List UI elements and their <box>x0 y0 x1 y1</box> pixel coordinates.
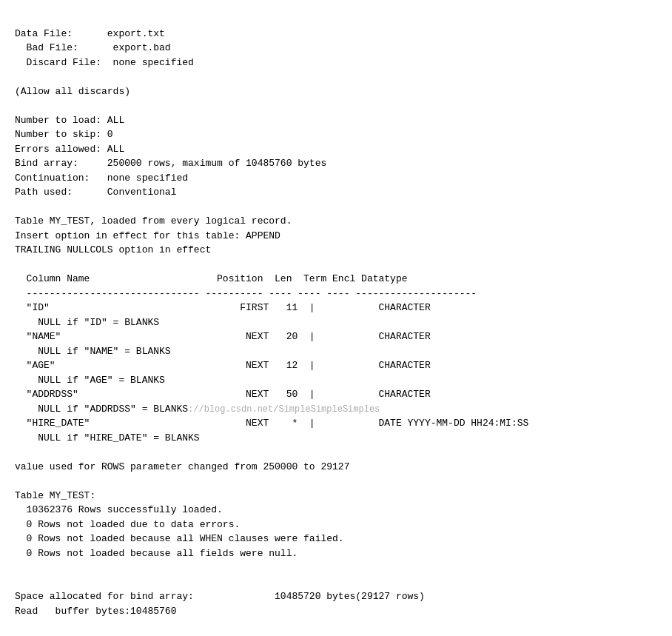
column-row-3: "ADDRDSS" NEXT 50 | CHARACTER NULL if "A… <box>15 387 657 416</box>
table-info1-line: Table MY_TEST, loaded from every logical… <box>15 215 292 227</box>
value-change-line: value used for ROWS parameter changed fr… <box>15 461 349 472</box>
columns-section: "ID" FIRST 11 | CHARACTER NULL if "ID" =… <box>15 301 657 445</box>
number-to-load-line: Number to load: ALL <box>15 115 124 126</box>
bad-file-line: Bad File: export.bad <box>15 42 171 53</box>
table-results-rows: 10362376 Rows successfully loaded. 0 Row… <box>15 503 657 560</box>
space-content: Space allocated for bind array: 10485720… <box>15 560 657 636</box>
continuation-line: Continuation: none specified <box>15 173 188 184</box>
col-header-line: Column Name Position Len Term Encl Datat… <box>15 273 408 284</box>
log-output: Data File: export.txt Bad File: export.b… <box>15 12 657 301</box>
space-line1: Space allocated for bind array: 10485720… <box>15 591 425 602</box>
number-to-skip-line: Number to skip: 0 <box>15 129 113 140</box>
column-row-4: "HIRE_DATE" NEXT * | DATE YYYY-MM-DD HH2… <box>15 416 657 445</box>
column-row-1: "NAME" NEXT 20 | CHARACTER NULL if "NAME… <box>15 329 657 358</box>
table-result-row-3: 0 Rows not loaded because all fields wer… <box>15 546 657 561</box>
data-file-line: Data File: export.txt <box>15 28 165 39</box>
column-row-0: "ID" FIRST 11 | CHARACTER NULL if "ID" =… <box>15 301 657 329</box>
path-used-line: Path used: Conventional <box>15 187 176 198</box>
space-line2: Read buffer bytes:10485760 <box>15 606 176 617</box>
table-result-row-0: 10362376 Rows successfully loaded. <box>15 503 657 518</box>
watermark: ://blog.csdn.net/SimpleSimpleSimples <box>188 404 380 415</box>
footer-content: value used for ROWS parameter changed fr… <box>15 445 657 503</box>
separator-line: ------------------------------ ---------… <box>15 288 477 299</box>
errors-allowed-line: Errors allowed: ALL <box>15 144 124 155</box>
table-results-header: Table MY_TEST: <box>15 490 95 501</box>
table-result-row-1: 0 Rows not loaded due to data errors. <box>15 518 657 532</box>
table-info3-line: TRAILING NULLCOLS option in effect <box>15 244 211 255</box>
allow-discards-line: (Allow all discards) <box>15 86 130 97</box>
discard-file-line: Discard File: none specified <box>15 57 194 68</box>
totals-skipped: Total logical records skipped: 0 <box>15 633 657 637</box>
table-result-row-2: 0 Rows not loaded because all WHEN claus… <box>15 532 657 546</box>
bind-array-line: Bind array: 250000 rows, maximum of 1048… <box>15 158 326 169</box>
column-row-2: "AGE" NEXT 12 | CHARACTER NULL if "AGE" … <box>15 358 657 387</box>
table-info2-line: Insert option in effect for this table: … <box>15 230 280 241</box>
